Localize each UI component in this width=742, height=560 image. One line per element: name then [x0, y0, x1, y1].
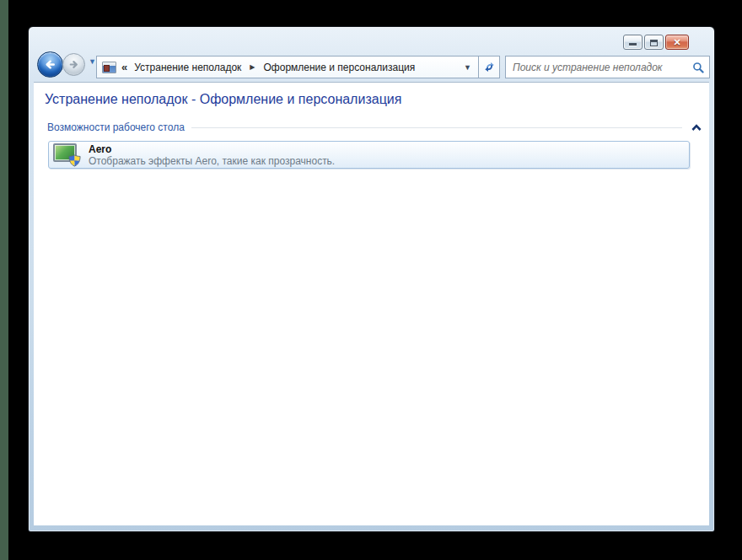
history-dropdown-button[interactable]: ▼: [89, 57, 96, 66]
maximize-button[interactable]: [644, 35, 664, 50]
item-title: Aero: [89, 143, 335, 155]
breadcrumb-item-troubleshooting[interactable]: Устранение неполадок: [132, 62, 243, 73]
back-button[interactable]: [37, 51, 63, 78]
chevron-up-icon: [691, 124, 702, 132]
forward-arrow-icon: [67, 58, 80, 71]
uac-shield-icon: [68, 154, 81, 167]
close-icon: ✕: [673, 37, 680, 47]
page-title: Устранение неполадок - Оформление и перс…: [45, 92, 401, 107]
breadcrumb: « Устранение неполадок ▶ Оформление и пе…: [96, 56, 479, 78]
search-input[interactable]: [506, 57, 709, 78]
search-icon: [692, 62, 705, 74]
troubleshooting-window: ✕ ▼ « Устранение неполадок ▶ Оформление …: [28, 26, 715, 532]
forward-button[interactable]: [62, 53, 85, 76]
chevron-down-icon: ▼: [464, 63, 471, 72]
caption-buttons: ✕: [623, 35, 689, 50]
breadcrumb-item-appearance[interactable]: Оформление и персонализация: [262, 62, 417, 73]
section-divider: [191, 127, 682, 128]
item-text: Aero Отображать эффекты Aero, такие как …: [89, 143, 335, 167]
minimize-button[interactable]: [623, 35, 643, 50]
troubleshooter-item-aero[interactable]: Aero Отображать эффекты Aero, такие как …: [48, 141, 690, 169]
minimize-icon: [629, 43, 637, 46]
search-box: [505, 56, 710, 78]
search-go-button[interactable]: [691, 61, 706, 75]
desktop: ✕ ▼ « Устранение неполадок ▶ Оформление …: [0, 0, 742, 560]
maximize-icon: [650, 40, 658, 46]
section-collapse-button[interactable]: [691, 122, 702, 132]
chevron-down-icon: ▼: [89, 57, 96, 66]
section-title: Возможности рабочего стола: [47, 121, 185, 133]
content-area: Устранение неполадок - Оформление и перс…: [34, 82, 709, 525]
refresh-icon: [483, 61, 496, 73]
refresh-button[interactable]: [478, 56, 500, 78]
desktop-wallpaper-strip: [0, 0, 8, 560]
close-button[interactable]: ✕: [665, 35, 689, 50]
breadcrumb-separator-icon[interactable]: ▶: [250, 63, 255, 71]
back-arrow-icon: [43, 57, 57, 72]
address-dropdown-button[interactable]: ▼: [464, 63, 471, 72]
item-description: Отображать эффекты Aero, такие как прозр…: [89, 155, 335, 167]
aero-icon: [53, 143, 81, 167]
section-header: Возможности рабочего стола: [47, 121, 702, 134]
breadcrumb-overflow-button[interactable]: «: [121, 61, 127, 73]
location-icon: [102, 62, 116, 73]
